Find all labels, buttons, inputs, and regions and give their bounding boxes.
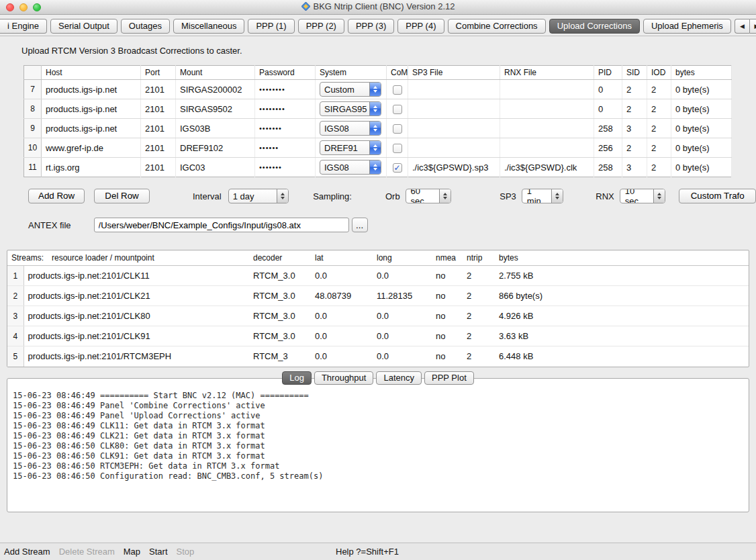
com-checkbox[interactable]	[393, 85, 402, 95]
tab-engine[interactable]: i Engine	[0, 19, 47, 34]
antex-file-input[interactable]	[94, 218, 349, 232]
host-cell[interactable]: products.igs-ip.net	[42, 99, 141, 119]
upload-row: 11 rt.igs.org 2101 IGC03 ••••••• IGS08	[24, 158, 732, 177]
rnx-sampling-spinner[interactable]: 10 sec	[620, 189, 666, 203]
stream-row[interactable]: 5 products.igs-ip.net:2101/RTCM3EPH RTCM…	[7, 346, 749, 367]
port-cell[interactable]: 2101	[141, 138, 176, 158]
start-button[interactable]: Start	[149, 547, 167, 557]
zoom-button[interactable]	[33, 3, 41, 11]
sid-cell[interactable]: 2	[622, 80, 647, 99]
mount-cell[interactable]: IGS03B	[176, 119, 255, 138]
log-output[interactable]: 15-06-23 08:46:49 ========== Start BNC v…	[7, 378, 749, 512]
rnx-file-cell[interactable]	[500, 119, 594, 138]
sp3-file-cell[interactable]	[408, 119, 500, 138]
map-button[interactable]: Map	[124, 547, 140, 557]
tab-serial-output[interactable]: Serial Output	[50, 19, 117, 34]
pid-cell[interactable]: 258	[594, 119, 622, 138]
password-cell[interactable]: ••••••••	[255, 80, 316, 99]
password-cell[interactable]: •••••••	[255, 119, 316, 138]
rnx-file-cell[interactable]	[500, 99, 594, 119]
iod-cell[interactable]: 2	[647, 119, 671, 138]
tab-miscellaneous[interactable]: Miscellaneous	[173, 19, 244, 34]
port-cell[interactable]: 2101	[141, 99, 176, 119]
tab-ppp-3[interactable]: PPP (3)	[348, 19, 394, 34]
sp3-file-cell[interactable]: ./ic3${GPSWD}.sp3	[408, 158, 500, 177]
host-cell[interactable]: products.igs-ip.net	[42, 80, 141, 99]
password-cell[interactable]: ••••••	[255, 138, 316, 158]
iod-cell[interactable]: 2	[647, 99, 671, 119]
sid-cell[interactable]: 2	[622, 99, 647, 119]
host-cell[interactable]: rt.igs.org	[42, 158, 141, 177]
row-number: 9	[24, 119, 42, 138]
pid-cell[interactable]: 258	[594, 158, 622, 177]
host-cell[interactable]: www.gref-ip.de	[42, 138, 141, 158]
orb-sampling-value: 60 sec	[406, 189, 440, 203]
header-decoder: decoder	[249, 250, 311, 266]
sid-cell[interactable]: 3	[622, 158, 647, 177]
close-button[interactable]	[6, 3, 14, 11]
tab-scroll-right-icon[interactable]: ▶	[749, 19, 756, 34]
tab-ppp-1[interactable]: PPP (1)	[248, 19, 294, 34]
system-select[interactable]: Custom	[320, 82, 381, 97]
sp3-sampling-spinner[interactable]: 1 min	[522, 189, 563, 203]
minimize-button[interactable]	[19, 3, 28, 11]
com-checkbox[interactable]	[393, 124, 402, 134]
iod-cell[interactable]: 2	[647, 80, 671, 99]
iod-cell[interactable]: 2	[647, 138, 671, 158]
tab-outages[interactable]: Outages	[121, 19, 170, 34]
mount-cell[interactable]: SIRGAS200002	[176, 80, 255, 99]
sid-cell[interactable]: 3	[622, 119, 647, 138]
tab-throughput[interactable]: Throughput	[314, 371, 374, 385]
rnx-file-cell[interactable]: ./ic3${GPSWD}.clk	[500, 158, 594, 177]
port-cell[interactable]: 2101	[141, 119, 176, 138]
tab-latency[interactable]: Latency	[376, 371, 422, 385]
stream-row[interactable]: 3 products.igs-ip.net:2101/CLK80 RTCM_3.…	[7, 306, 749, 326]
tab-scroll-left-icon[interactable]: ◀	[735, 19, 749, 34]
help-button[interactable]: Help ?=Shift+F1	[336, 547, 399, 557]
system-select[interactable]: SIRGAS95	[320, 101, 381, 116]
delete-stream-button[interactable]: Delete Stream	[59, 547, 115, 557]
tab-upload-corrections[interactable]: Upload Corrections	[549, 19, 640, 34]
add-stream-button[interactable]: Add Stream	[4, 547, 50, 557]
rnx-file-cell[interactable]	[500, 80, 594, 99]
com-checkbox[interactable]	[393, 144, 402, 153]
tab-upload-ephemeris[interactable]: Upload Ephemeris	[643, 19, 731, 34]
interval-select[interactable]: 1 day	[228, 189, 289, 203]
tab-combine-corrections[interactable]: Combine Corrections	[448, 19, 546, 34]
tab-ppp-plot[interactable]: PPP Plot	[424, 371, 474, 385]
sp3-file-cell[interactable]	[408, 80, 500, 99]
mount-cell[interactable]: IGC03	[176, 158, 255, 177]
iod-cell[interactable]: 2	[647, 158, 671, 177]
tab-ppp-2[interactable]: PPP (2)	[298, 19, 344, 34]
custom-trafo-button[interactable]: Custom Trafo	[679, 189, 756, 203]
rnx-file-cell[interactable]	[500, 138, 594, 158]
pid-cell[interactable]: 0	[594, 99, 622, 119]
pid-cell[interactable]: 0	[594, 80, 622, 99]
add-row-button[interactable]: Add Row	[28, 189, 85, 203]
stop-button[interactable]: Stop	[177, 547, 195, 557]
del-row-button[interactable]: Del Row	[94, 189, 150, 203]
mount-cell[interactable]: SIRGAS9502	[176, 99, 255, 119]
pid-cell[interactable]: 256	[594, 138, 622, 158]
sp3-file-cell[interactable]	[408, 99, 500, 119]
com-checkbox[interactable]: ✓	[393, 163, 402, 173]
host-cell[interactable]: products.igs-ip.net	[42, 119, 141, 138]
system-select[interactable]: DREF91	[320, 140, 381, 155]
stream-row[interactable]: 1 products.igs-ip.net:2101/CLK11 RTCM_3.…	[7, 266, 749, 286]
sp3-file-cell[interactable]	[408, 138, 500, 158]
port-cell[interactable]: 2101	[141, 80, 176, 99]
tab-ppp-4[interactable]: PPP (4)	[397, 19, 444, 34]
antex-browse-button[interactable]: ...	[352, 218, 368, 232]
mount-cell[interactable]: DREF9102	[176, 138, 255, 158]
stream-row[interactable]: 4 products.igs-ip.net:2101/CLK91 RTCM_3.…	[7, 326, 749, 346]
password-cell[interactable]: •••••••	[255, 158, 316, 177]
sid-cell[interactable]: 2	[622, 138, 647, 158]
orb-sampling-spinner[interactable]: 60 sec	[406, 189, 452, 203]
com-checkbox[interactable]	[393, 105, 402, 114]
system-select[interactable]: IGS08	[320, 160, 381, 175]
system-select[interactable]: IGS08	[320, 121, 381, 136]
tab-log[interactable]: Log	[282, 371, 312, 385]
port-cell[interactable]: 2101	[141, 158, 176, 177]
password-cell[interactable]: ••••••••	[255, 99, 316, 119]
stream-row[interactable]: 2 products.igs-ip.net:2101/CLK21 RTCM_3.…	[7, 286, 749, 306]
